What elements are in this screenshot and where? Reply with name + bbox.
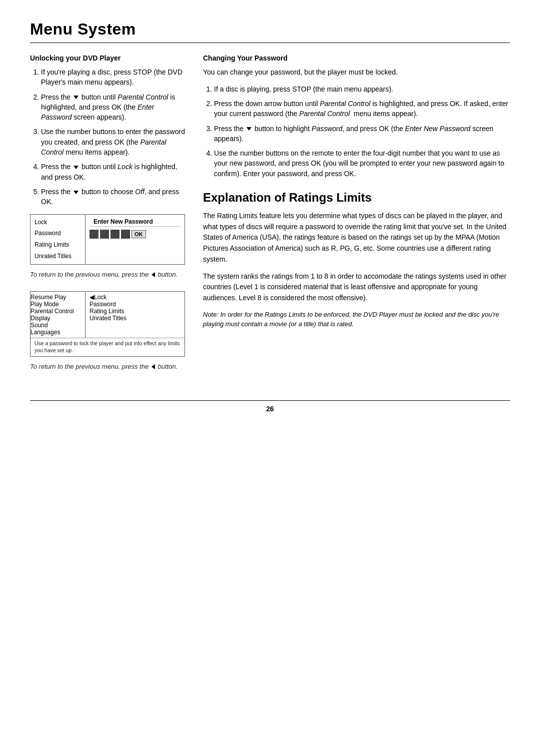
unlocking-heading: Unlocking your DVD Player	[30, 54, 185, 62]
screen1-left: Lock Password Rating Limits Unrated Titl…	[30, 215, 86, 264]
explanation-note: Note: In order for the Ratings Limits to…	[203, 310, 510, 329]
down-arrow-icon	[74, 96, 78, 99]
screen1-inner: Lock Password Rating Limits Unrated Titl…	[30, 215, 184, 264]
down-arrow-icon-3	[74, 191, 78, 194]
pwd-block-1	[90, 230, 98, 239]
menu-rating-limits-r: Rating Limits	[90, 308, 180, 315]
menu-resume-play: Resume Play	[30, 294, 85, 301]
page-title: Menu System	[30, 20, 510, 39]
pwd-block-3	[110, 230, 120, 239]
parental-control-screen: Resume Play Play Mode Parental Control D…	[30, 291, 185, 356]
cp-step-1: If a disc is playing, press STOP (the ma…	[214, 84, 510, 94]
changing-password-intro: You can change your password, but the pl…	[203, 67, 510, 78]
down-arrow-icon-2	[74, 166, 78, 169]
step-3: Use the number buttons to enter the pass…	[41, 127, 185, 157]
enter-new-password-title: Enter New Password	[90, 217, 180, 227]
menu-languages: Languages	[30, 329, 85, 336]
menu-sound: Sound	[30, 322, 85, 329]
cp-step-4: Use the number buttons on the remote to …	[214, 148, 510, 179]
note-return-1: To return to the previous menu, press th…	[30, 270, 185, 280]
menu-unrated: Unrated Titles	[30, 251, 85, 262]
screen1-right: Enter New Password OK	[86, 215, 184, 264]
menu-unrated-r: Unrated Titles	[90, 315, 180, 322]
explanation-para2: The system ranks the ratings from 1 to 8…	[203, 271, 510, 304]
left-arrow-icon-2	[152, 364, 155, 369]
menu-play-mode: Play Mode	[30, 301, 85, 308]
changing-password-steps: If a disc is playing, press STOP (the ma…	[214, 84, 510, 179]
cp-step-3: Press the button to highlight Password, …	[214, 124, 510, 144]
menu-parental-control-highlighted: Parental Control	[30, 308, 85, 315]
screen2-footer: Use a password to lock the player and pu…	[30, 338, 184, 356]
menu-rating-limits: Rating Limits	[30, 239, 85, 251]
explanation-para1: The Rating Limits feature lets you deter…	[203, 211, 510, 265]
menu-lock: Lock	[30, 217, 85, 228]
unlocking-section: Unlocking your DVD Player If you're play…	[30, 54, 185, 279]
cp-step-2: Press the down arrow button until Parent…	[214, 99, 510, 119]
screen2-right-menu: ◀Lock Password Rating Limits Unrated Tit…	[86, 292, 184, 338]
main-layout: Unlocking your DVD Player If you're play…	[30, 54, 510, 385]
screen2-inner: Resume Play Play Mode Parental Control D…	[30, 292, 184, 338]
right-column: Changing Your Password You can change yo…	[203, 54, 510, 385]
changing-password-section: Changing Your Password You can change yo…	[203, 54, 510, 179]
left-arrow-icon-1	[152, 272, 155, 277]
lock-screen-box: Lock Password Rating Limits Unrated Titl…	[30, 214, 185, 265]
pwd-block-2	[100, 230, 109, 239]
left-column: Unlocking your DVD Player If you're play…	[30, 54, 185, 385]
explanation-heading: Explanation of Ratings Limits	[203, 191, 510, 205]
parental-control-screen-block: Resume Play Play Mode Parental Control D…	[30, 291, 185, 371]
menu-password: Password	[30, 228, 85, 239]
menu-display: Display	[30, 315, 85, 322]
step-5: Press the button to choose Off, and pres…	[41, 187, 185, 207]
explanation-section: Explanation of Ratings Limits The Rating…	[203, 191, 510, 329]
screen2-left-menu: Resume Play Play Mode Parental Control D…	[30, 292, 86, 338]
menu-lock-highlighted: ◀Lock	[90, 294, 180, 301]
page-number: 26	[266, 405, 274, 413]
password-input-row: OK	[90, 230, 180, 239]
pwd-block-4	[121, 230, 130, 239]
title-divider	[30, 43, 510, 43]
step-2: Press the button until Parental Control …	[41, 92, 185, 123]
note-return-2: To return to the previous menu, press th…	[30, 362, 185, 372]
step-4: Press the button until Lock is highlight…	[41, 162, 185, 182]
ok-button: OK	[132, 230, 146, 238]
unlocking-steps: If you're playing a disc, press STOP (th…	[41, 67, 185, 207]
page-number-bar: 26	[30, 400, 510, 413]
menu-password-r: Password	[90, 301, 180, 308]
step-1: If you're playing a disc, press STOP (th…	[41, 67, 185, 88]
down-arrow-icon-4	[246, 127, 252, 131]
changing-password-heading: Changing Your Password	[203, 54, 510, 62]
